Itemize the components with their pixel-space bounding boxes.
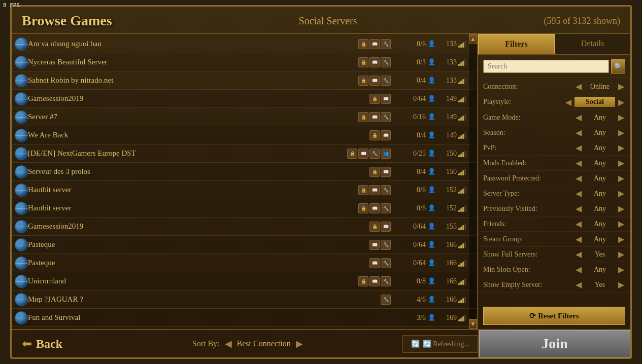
filter-prev-button[interactable]: ◀ [575, 173, 583, 183]
filter-prev-button[interactable]: ◀ [575, 249, 583, 259]
server-players: 0/16👤 [395, 113, 435, 121]
filter-label: Password Protected: [483, 174, 575, 183]
filter-prev-button[interactable]: ◀ [564, 97, 572, 107]
table-row[interactable]: Gamesession2019🔒📖0/64👤155 [12, 217, 477, 236]
filter-label: Game Mode: [483, 114, 575, 122]
table-row[interactable]: Hautbit server🔒📖🔧0/6👤152 [12, 199, 477, 217]
filter-prev-button[interactable]: ◀ [575, 143, 583, 153]
tab-details[interactable]: Details [555, 34, 630, 54]
filter-next-button[interactable]: ▶ [617, 249, 625, 259]
content-area: Am va nhung nguoi ban🔒📖🔧0/6👤133Nycreras … [12, 34, 630, 329]
filter-prev-button[interactable]: ◀ [575, 128, 583, 137]
filter-next-button[interactable]: ▶ [617, 204, 625, 213]
reset-filters-button[interactable]: ⟳ Reset Filters [483, 307, 625, 325]
server-name: Pasteque [28, 259, 365, 267]
server-list-container: Am va nhung nguoi ban🔒📖🔧0/6👤133Nycreras … [12, 34, 478, 329]
wrench-icon: 🔧 [381, 185, 391, 195]
filter-prev-button[interactable]: ◀ [575, 204, 583, 213]
filter-next-button[interactable]: ▶ [617, 158, 625, 168]
table-row[interactable]: Fun and Survival3/6👤169 [12, 309, 477, 327]
filter-row: Min Slots Open:◀Any▶ [478, 262, 630, 277]
table-row[interactable]: We Are Back🔒📖0/4👤149 [12, 126, 477, 144]
filter-next-button[interactable]: ▶ [617, 173, 625, 183]
filter-control: ◀Any▶ [575, 219, 625, 229]
lock-icon: 🔒 [358, 203, 368, 213]
server-globe-icon [15, 56, 28, 69]
table-row[interactable]: Nycreras Beautiful Server🔒📖🔧0/3👤133 [12, 53, 477, 71]
sort-value: Best Connection [237, 339, 291, 348]
refresh-label: 🔄 Refreshing... [423, 340, 469, 348]
server-globe-icon [15, 38, 28, 51]
scroll-down-button[interactable]: ▼ [469, 319, 477, 329]
server-players: 0/64👤 [395, 223, 435, 231]
table-row[interactable]: Gamesession2019🔒📖0/64👤149 [12, 90, 477, 108]
filter-next-button[interactable]: ▶ [617, 97, 625, 107]
fps-counter: 8 FPS [3, 2, 20, 9]
table-row[interactable]: Мир ?JAGUAR ?🔧4/6👤166 [12, 290, 477, 309]
server-feature-icons: 🔒📖🔧 [358, 203, 391, 213]
filter-next-button[interactable]: ▶ [617, 113, 625, 122]
filter-prev-button[interactable]: ◀ [575, 234, 583, 244]
filter-value: Any [585, 266, 615, 274]
filter-prev-button[interactable]: ◀ [575, 82, 583, 91]
filter-row: Show Empty Server:◀Yes▶ [478, 277, 630, 293]
filter-row: Playstyle:◀Social▶ [478, 94, 630, 110]
scroll-up-button[interactable]: ▲ [469, 34, 477, 44]
filter-row: Game Mode:◀Any▶ [478, 110, 630, 125]
join-button[interactable]: Join [479, 330, 630, 357]
back-button[interactable]: ⬅ Back [12, 333, 93, 355]
server-name: Serveur des 3 prolos [28, 167, 365, 176]
filter-prev-button[interactable]: ◀ [575, 189, 583, 198]
table-row[interactable]: Pasteque📖🔧0/64👤166 [12, 254, 477, 272]
ping-bars-icon [458, 241, 466, 248]
server-feature-icons: 🔒📖 [369, 130, 391, 140]
filter-value: Any [585, 114, 615, 122]
server-feature-icons: 🔒📖🔧 [358, 185, 391, 195]
filter-label: Mods Enabled: [483, 159, 575, 167]
filter-label: Connection: [483, 83, 575, 91]
filter-prev-button[interactable]: ◀ [575, 280, 583, 289]
table-row[interactable]: Am va nhung nguoi ban🔒📖🔧0/6👤133 [12, 35, 477, 53]
filter-next-button[interactable]: ▶ [617, 234, 625, 244]
server-players: 0/4👤 [395, 131, 435, 139]
server-name: Am va nhung nguoi ban [28, 40, 354, 48]
table-row[interactable]: Sabnet Robin by nitrado.net🔒📖🔧0/4👤133 [12, 71, 477, 90]
server-globe-icon [15, 293, 28, 306]
scroll-track: ▲ ▼ [469, 34, 477, 329]
filter-row: Season:◀Any▶ [478, 125, 630, 140]
server-globe-icon [15, 220, 28, 233]
server-players: 3/6👤 [395, 314, 435, 322]
filter-prev-button[interactable]: ◀ [575, 219, 583, 229]
filter-next-button[interactable]: ▶ [617, 143, 625, 153]
server-globe-icon [15, 184, 28, 197]
filter-value: Yes [585, 250, 615, 259]
filter-next-button[interactable]: ▶ [617, 219, 625, 229]
filter-next-button[interactable]: ▶ [617, 265, 625, 274]
filter-prev-button[interactable]: ◀ [575, 113, 583, 122]
table-row[interactable]: [DE/EN] NextGamers Europe DST🔒📖🔧👥0/25👤15… [12, 144, 477, 163]
tab-filters[interactable]: Filters [478, 34, 555, 54]
table-row[interactable]: Serveur des 3 prolos🔒📖0/4👤150 [12, 163, 477, 181]
sort-prev-button[interactable]: ◀ [225, 338, 232, 349]
server-ping: 149 [435, 95, 466, 103]
filter-prev-button[interactable]: ◀ [575, 265, 583, 274]
sort-next-button[interactable]: ▶ [296, 338, 303, 349]
refresh-button[interactable]: 🔄 🔄 Refreshing... [402, 335, 478, 353]
filter-row: Show Full Servers:◀Yes▶ [478, 247, 630, 262]
table-row[interactable]: Unicornland🔒📖🔧0/8👤166 [12, 272, 477, 290]
server-ping: 150 [435, 150, 466, 158]
filter-next-button[interactable]: ▶ [617, 82, 625, 91]
search-button[interactable]: 🔍 [611, 59, 625, 74]
table-row[interactable]: Hautbit server🔒📖🔧0/6👤152 [12, 181, 477, 199]
filter-next-button[interactable]: ▶ [617, 128, 625, 137]
filter-label: Min Slots Open: [483, 266, 575, 274]
server-feature-icons: 🔒📖🔧 [358, 276, 391, 286]
filter-control: ◀Any▶ [575, 128, 625, 137]
filter-prev-button[interactable]: ◀ [575, 158, 583, 168]
search-input[interactable] [483, 60, 609, 73]
filter-next-button[interactable]: ▶ [617, 280, 625, 289]
filter-label: Playstyle: [483, 98, 564, 106]
table-row[interactable]: Pasteque📖🔧0/64👤166 [12, 236, 477, 254]
table-row[interactable]: Server #7🔒📖🔧0/16👤149 [12, 108, 477, 126]
filter-next-button[interactable]: ▶ [617, 189, 625, 198]
